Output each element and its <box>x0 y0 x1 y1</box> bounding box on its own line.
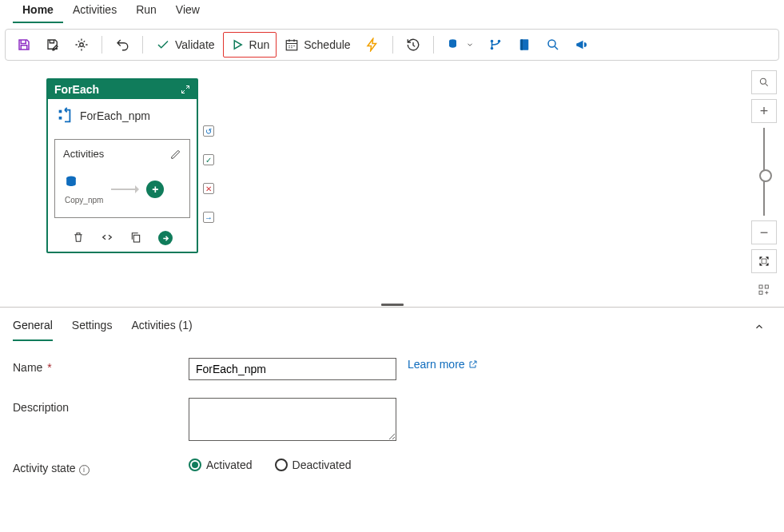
svg-rect-15 <box>759 285 762 288</box>
zoom-out-button[interactable]: − <box>751 220 777 244</box>
pin-skip[interactable]: → <box>203 212 214 223</box>
svg-rect-17 <box>759 291 762 294</box>
node-footer <box>48 224 197 252</box>
node-connector-pins: ↺ ✓ ✕ → <box>203 125 214 223</box>
data-button[interactable] <box>440 33 480 57</box>
pin-success[interactable]: ✓ <box>203 154 214 165</box>
props-tab-general[interactable]: General <box>13 314 53 341</box>
radio-activated-label: Activated <box>206 459 253 471</box>
radio-activated[interactable]: Activated <box>189 459 253 471</box>
branch-button[interactable] <box>482 33 509 57</box>
node-name-row: ForEach_npm <box>48 99 197 133</box>
pin-retry[interactable]: ↺ <box>203 125 214 137</box>
play-icon <box>230 38 245 52</box>
calendar-icon <box>285 38 299 52</box>
save-as-button[interactable] <box>39 33 66 57</box>
fit-button[interactable] <box>751 249 777 273</box>
expand-icon[interactable] <box>181 85 190 94</box>
code-icon[interactable] <box>101 231 113 244</box>
run-button[interactable]: Run <box>223 32 277 58</box>
svg-point-8 <box>548 40 555 47</box>
properties-panel: General Settings Activities (1) Name * L… <box>0 307 784 530</box>
save-as-icon <box>46 38 60 52</box>
layout-icon <box>758 284 770 296</box>
info-icon[interactable]: i <box>79 465 90 475</box>
properties-tabs: General Settings Activities (1) <box>13 314 771 342</box>
undo-button[interactable] <box>109 33 136 57</box>
description-input[interactable] <box>189 398 396 441</box>
name-label: Name * <box>13 358 189 374</box>
activities-label: Activities <box>63 148 104 160</box>
name-input[interactable] <box>189 358 396 380</box>
copy-activity-icon <box>63 174 79 190</box>
find-button[interactable] <box>751 70 777 94</box>
pipeline-canvas[interactable]: ForEach ForEach_npm Activities Copy_npm <box>5 66 779 297</box>
zoom-in-button[interactable]: + <box>751 99 777 123</box>
tab-activities[interactable]: Activities <box>63 0 126 23</box>
pin-failure[interactable]: ✕ <box>203 183 214 194</box>
svg-rect-12 <box>133 235 139 242</box>
external-link-icon <box>468 359 478 369</box>
gear-icon <box>74 38 89 52</box>
undo-icon <box>115 38 129 52</box>
schedule-label: Schedule <box>304 38 350 51</box>
svg-rect-14 <box>762 259 766 264</box>
copy-icon[interactable] <box>129 231 142 244</box>
docs-button[interactable] <box>511 33 538 57</box>
save-icon <box>17 38 31 52</box>
radio-deactivated[interactable]: Deactivated <box>275 459 352 471</box>
collapse-panel-button[interactable] <box>747 318 771 338</box>
search-button[interactable] <box>539 33 567 57</box>
svg-rect-10 <box>59 117 62 120</box>
description-label: Description <box>13 398 189 414</box>
trigger-button[interactable] <box>359 33 386 57</box>
database-icon <box>447 38 461 52</box>
node-name-label: ForEach_npm <box>80 109 150 122</box>
inner-activity[interactable]: Copy_npm + <box>63 174 181 204</box>
node-header[interactable]: ForEach <box>48 80 197 99</box>
pencil-icon[interactable] <box>170 149 181 160</box>
add-activity-button[interactable]: + <box>146 181 164 198</box>
fit-icon <box>758 256 770 267</box>
props-tab-settings[interactable]: Settings <box>72 314 113 341</box>
announce-button[interactable] <box>568 33 595 57</box>
tab-run[interactable]: Run <box>126 0 166 23</box>
settings-button[interactable] <box>68 33 95 57</box>
tab-home[interactable]: Home <box>13 0 63 23</box>
canvas-controls: + − <box>749 70 779 297</box>
schedule-button[interactable]: Schedule <box>278 33 356 57</box>
lightning-icon <box>365 38 380 52</box>
svg-point-13 <box>760 78 766 84</box>
foreach-icon <box>56 107 74 125</box>
activities-container[interactable]: Activities Copy_npm + <box>54 139 190 218</box>
history-icon <box>406 38 420 52</box>
run-label: Run <box>249 38 270 51</box>
svg-rect-9 <box>59 110 62 113</box>
chevron-up-icon <box>754 321 765 332</box>
validate-button[interactable]: Validate <box>149 33 221 57</box>
history-button[interactable] <box>400 33 427 57</box>
activity-state-label: Activity statei <box>13 459 189 475</box>
general-form: Name * Learn more Description Activity s… <box>13 342 771 475</box>
layout-button[interactable] <box>751 278 777 297</box>
zoom-slider[interactable] <box>763 128 765 216</box>
radio-deactivated-label: Deactivated <box>293 459 352 471</box>
svg-point-4 <box>490 47 492 50</box>
flow-arrow <box>111 189 138 190</box>
check-icon <box>156 38 170 52</box>
learn-more-link[interactable]: Learn more <box>408 358 478 371</box>
node-type-label: ForEach <box>54 83 99 96</box>
svg-rect-16 <box>765 285 768 288</box>
props-tab-activities[interactable]: Activities (1) <box>131 314 192 341</box>
svg-point-3 <box>490 40 492 42</box>
save-button[interactable] <box>10 33 38 57</box>
book-icon <box>517 38 531 52</box>
tab-view[interactable]: View <box>166 0 209 23</box>
delete-icon[interactable] <box>72 231 85 244</box>
svg-rect-7 <box>521 39 523 50</box>
svg-rect-1 <box>287 41 298 50</box>
toolbar: Validate Run Schedule <box>5 29 779 61</box>
foreach-activity-node[interactable]: ForEach ForEach_npm Activities Copy_npm <box>46 78 198 253</box>
top-tab-bar: Home Activities Run View <box>0 0 784 24</box>
go-icon[interactable] <box>158 231 173 245</box>
